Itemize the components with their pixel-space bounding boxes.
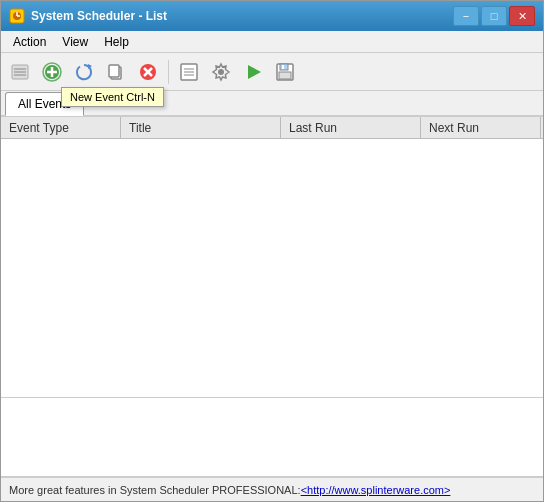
settings-icon xyxy=(211,62,231,82)
status-text: More great features in System Scheduler … xyxy=(9,484,301,496)
close-button[interactable]: ✕ xyxy=(509,6,535,26)
refresh-button[interactable] xyxy=(69,57,99,87)
new-event-icon xyxy=(41,61,63,83)
refresh-icon xyxy=(74,62,94,82)
export-icon xyxy=(179,62,199,82)
menu-action[interactable]: Action xyxy=(5,33,54,51)
save-button[interactable] xyxy=(270,57,300,87)
status-bar: More great features in System Scheduler … xyxy=(1,477,543,501)
table-header: Event Type Title Last Run Next Run xyxy=(1,117,543,139)
window-title: System Scheduler - List xyxy=(31,9,453,23)
col-next-run: Next Run xyxy=(421,117,541,138)
maximize-button[interactable]: □ xyxy=(481,6,507,26)
delete-icon xyxy=(138,62,158,82)
copy-icon xyxy=(106,62,126,82)
delete-button[interactable] xyxy=(133,57,163,87)
view-list-button[interactable] xyxy=(5,57,35,87)
toolbar-separator-1 xyxy=(168,60,169,84)
play-icon xyxy=(243,62,263,82)
col-event-type: Event Type xyxy=(1,117,121,138)
svg-rect-26 xyxy=(279,72,291,79)
col-title: Title xyxy=(121,117,281,138)
menu-view[interactable]: View xyxy=(54,33,96,51)
new-event-button[interactable] xyxy=(37,57,67,87)
svg-rect-14 xyxy=(109,65,119,77)
window-controls: − □ ✕ xyxy=(453,6,535,26)
save-icon xyxy=(275,62,295,82)
events-table: Event Type Title Last Run Next Run xyxy=(1,117,543,397)
settings-button[interactable] xyxy=(206,57,236,87)
svg-point-22 xyxy=(218,69,224,75)
title-bar: System Scheduler - List − □ ✕ xyxy=(1,1,543,31)
menu-bar: Action View Help xyxy=(1,31,543,53)
menu-help[interactable]: Help xyxy=(96,33,137,51)
export-button[interactable] xyxy=(174,57,204,87)
detail-panel xyxy=(1,397,543,477)
main-window: System Scheduler - List − □ ✕ Action Vie… xyxy=(0,0,544,502)
svg-marker-23 xyxy=(248,65,261,79)
run-button[interactable] xyxy=(238,57,268,87)
minimize-button[interactable]: − xyxy=(453,6,479,26)
svg-rect-27 xyxy=(282,65,284,69)
status-link[interactable]: <http://www.splinterware.com> xyxy=(301,484,451,496)
new-event-tooltip: New Event Ctrl-N xyxy=(61,87,164,107)
col-last-run: Last Run xyxy=(281,117,421,138)
toolbar: New Event Ctrl-N xyxy=(1,53,543,91)
list-icon xyxy=(10,62,30,82)
table-body xyxy=(1,139,543,397)
app-icon xyxy=(9,8,25,24)
copy-button[interactable] xyxy=(101,57,131,87)
